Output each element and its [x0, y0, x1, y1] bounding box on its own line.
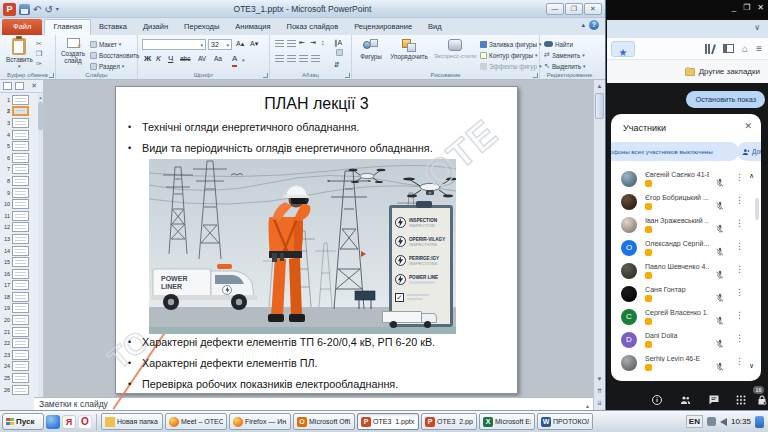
ribbon-tab-7[interactable]: Рецензирование [346, 19, 420, 35]
close-button[interactable]: ✕ [584, 3, 602, 15]
clock[interactable]: 10:35 [731, 417, 751, 426]
underline-button[interactable]: Ч [168, 53, 173, 65]
ribbon-tab-5[interactable]: Анимация [227, 19, 278, 35]
bookmarks-bar[interactable]: Другие закладки [607, 60, 768, 83]
slide-thumbnail-10[interactable]: 10 [0, 198, 38, 210]
activities-grid-icon[interactable] [735, 392, 747, 410]
slide-thumbnail-22[interactable]: 22 [0, 337, 38, 349]
stop-presenting-button[interactable]: Остановить показ [686, 91, 765, 108]
replace-button[interactable]: ⇄Заменить▾ [544, 50, 585, 60]
justify-icon[interactable] [311, 55, 320, 63]
participant-row[interactable]: DDani Dolia⋮ [611, 329, 761, 352]
powerpoint-logo-icon[interactable]: P [3, 3, 16, 16]
slide-thumbnail-1[interactable]: 1 [0, 94, 38, 106]
copy-button[interactable]: ❐ [36, 49, 42, 59]
participant-row[interactable]: Іван Зражевський ...⋮ [611, 214, 761, 237]
italic-button[interactable]: К [156, 53, 161, 65]
shapes-button[interactable]: Фигуры [356, 39, 386, 60]
redo-icon[interactable]: ↺ [44, 3, 52, 16]
ribbon-tab-4[interactable]: Переходы [176, 19, 227, 35]
font-size-combo[interactable]: 32▾ [208, 39, 232, 50]
font-name-combo[interactable]: ▾ [142, 39, 206, 50]
outline-tab-icon[interactable] [15, 82, 24, 90]
shape-effects-button[interactable]: Эффекты фигур▾ [480, 61, 541, 71]
browser-tab-strip[interactable]: ∨ [607, 20, 768, 38]
thumbnail-scrollbar[interactable] [38, 94, 43, 410]
more-options-icon[interactable]: ⋮ [735, 310, 744, 320]
more-options-icon[interactable]: ⋮ [735, 264, 744, 274]
align-text-icon[interactable] [336, 49, 343, 56]
align-center-icon[interactable] [287, 55, 296, 63]
ribbon-tab-1[interactable]: Главная [44, 19, 91, 35]
slide-thumbnail-17[interactable]: 17 [0, 280, 38, 292]
ribbon-tab-2[interactable]: Вставка [91, 19, 135, 35]
ribbon-tab-3[interactable]: Дизайн [135, 19, 176, 35]
participants-icon[interactable]: 16 [679, 392, 692, 410]
font-color-dropdown-icon[interactable]: ▾ [242, 57, 245, 63]
new-slide-button[interactable]: Создать слайд [58, 38, 88, 64]
char-spacing-button[interactable]: AV [198, 53, 206, 65]
slide-thumbnail-7[interactable]: 7 [0, 164, 38, 176]
align-left-icon[interactable] [275, 55, 284, 63]
taskbar-button-0[interactable]: Новая папка [101, 413, 163, 430]
close-pane-icon[interactable]: ✕ [31, 82, 37, 90]
slide-thumbnail-15[interactable]: 15 [0, 256, 38, 268]
ribbon-tab-file[interactable]: Файл [2, 19, 42, 35]
slide-thumbnail-3[interactable]: 3 [0, 117, 38, 129]
participant-row[interactable]: Serhiy Levin 46-Е⋮ [611, 352, 761, 375]
slide-thumbnail-24[interactable]: 24 [0, 361, 38, 373]
taskbar-button-7[interactable]: WПРОТОКОЛ_... [537, 413, 593, 430]
dialog-launcher-icon[interactable] [263, 73, 268, 78]
slide-thumbnail-5[interactable]: 5 [0, 140, 38, 152]
slide-thumbnail-12[interactable]: 12 [0, 222, 38, 234]
add-participant-button[interactable]: Добавить [737, 142, 761, 161]
meeting-details-icon[interactable] [651, 392, 663, 410]
sidebar-icon[interactable] [723, 44, 734, 53]
line-spacing-icon[interactable]: ↕ [321, 37, 325, 49]
next-slide-icon[interactable]: ⇊ [594, 398, 605, 409]
list-scroll-down-icon[interactable]: ∨ [749, 362, 754, 370]
shape-outline-button[interactable]: Контур фигуры▾ [480, 50, 538, 60]
taskbar-button-5[interactable]: PОТЕ3_2.pptx -... [421, 413, 477, 430]
slides-tab-icon[interactable] [3, 82, 12, 90]
more-options-icon[interactable]: ⋮ [735, 356, 744, 366]
slide-thumbnail-16[interactable]: 16 [0, 268, 38, 280]
scroll-up-icon[interactable]: ▲ [594, 81, 605, 92]
change-case-button[interactable]: Aa [214, 53, 222, 65]
participant-row[interactable]: Єгор Бобрицький ...⋮ [611, 191, 761, 214]
help-icon[interactable]: ? [589, 20, 599, 30]
save-icon[interactable] [19, 4, 30, 15]
undo-icon[interactable]: ↶ [33, 3, 41, 16]
list-scroll-up-icon[interactable]: ∧ [749, 172, 754, 180]
thumbnail-scroll-thumb[interactable] [38, 102, 43, 130]
slide-bullets-bottom[interactable]: Характерні дефекти елементів ТП 6-20/0,4… [126, 332, 511, 395]
show-desktop-icon[interactable] [755, 416, 764, 428]
participant-row[interactable]: ССергей Власенко 1...⋮ [611, 306, 761, 329]
volume-icon[interactable] [720, 418, 727, 426]
slide-thumbnail-26[interactable]: 26 [0, 384, 38, 396]
slide-thumbnail-18[interactable]: 18 [0, 291, 38, 303]
arrange-button[interactable]: Упорядочить [388, 39, 430, 60]
paste-button[interactable]: Вставить▾ [6, 38, 33, 70]
slide-thumbnail-19[interactable]: 19 [0, 303, 38, 315]
slide-thumbnail-11[interactable]: 11 [0, 210, 38, 222]
slide-thumbnail-4[interactable]: 4 [0, 129, 38, 141]
more-options-icon[interactable]: ⋮ [735, 172, 744, 182]
participant-row[interactable]: Саня Гонтар⋮ [611, 283, 761, 306]
strikethrough-button[interactable]: abc [180, 53, 190, 65]
shrink-font-icon[interactable]: А▾ [250, 38, 258, 50]
vertical-scrollbar[interactable]: ▲ ▼ ⇈ ⇊ [593, 80, 605, 410]
quick-launch-yandex-icon[interactable]: Я [62, 415, 76, 429]
previous-slide-icon[interactable]: ⇈ [594, 386, 605, 397]
thumbnail-scroll-up-icon[interactable]: ▲ [38, 94, 43, 101]
cut-button[interactable]: ✂ [36, 39, 42, 49]
tray-app-icon[interactable] [707, 417, 716, 426]
menu-icon[interactable]: ≡ [756, 43, 762, 55]
list-scroll-thumb[interactable] [755, 198, 759, 220]
participant-row[interactable]: Павло Шевченко 4...⋮ [611, 260, 761, 283]
scroll-down-icon[interactable]: ▼ [594, 374, 605, 385]
close-panel-icon[interactable]: ✕ [744, 121, 752, 131]
convert-smartart-icon[interactable]: ⇵ [334, 59, 340, 71]
dialog-launcher-icon[interactable] [533, 73, 538, 78]
find-button[interactable]: Найти [544, 39, 573, 49]
